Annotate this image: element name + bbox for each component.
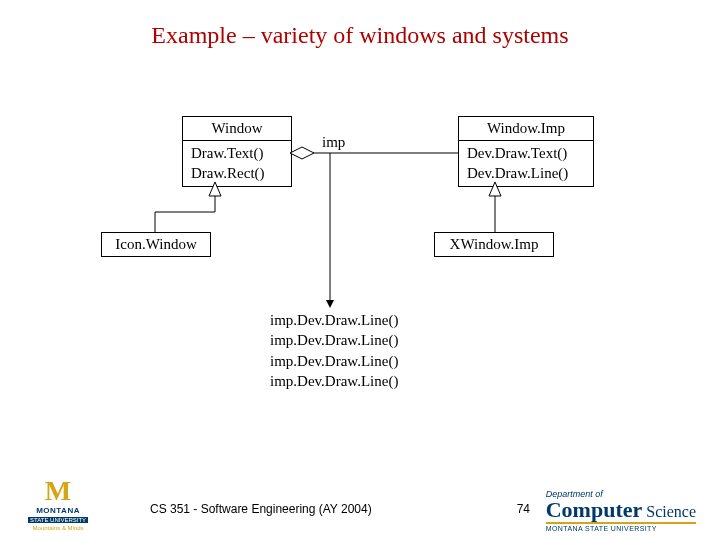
uml-op: Draw.Text()	[191, 144, 283, 164]
course-label: CS 351 - Software Engineering (AY 2004)	[150, 502, 372, 516]
code-note: imp.Dev.Draw.Line() imp.Dev.Draw.Line() …	[270, 310, 398, 391]
msu-logo-m: M	[28, 476, 88, 507]
uml-class-name: XWindow.Imp	[435, 233, 553, 256]
code-line: imp.Dev.Draw.Line()	[270, 351, 398, 371]
page-number: 74	[517, 502, 530, 516]
diagram-connectors	[0, 0, 720, 540]
uml-assoc-label: imp	[322, 134, 345, 151]
uml-class-name: Icon.Window	[102, 233, 210, 256]
cs-dept-sub: MONTANA STATE UNIVERSITY	[546, 522, 696, 532]
msu-logo-name: MONTANA	[28, 507, 88, 516]
slide-title: Example – variety of windows and systems	[0, 22, 720, 49]
uml-op: Dev.Draw.Line()	[467, 164, 585, 184]
uml-class-xwindowimp: XWindow.Imp	[434, 232, 554, 257]
code-line: imp.Dev.Draw.Line()	[270, 371, 398, 391]
uml-class-name: Window	[183, 117, 291, 141]
uml-op: Draw.Rect()	[191, 164, 283, 184]
uml-class-ops: Dev.Draw.Text() Dev.Draw.Line()	[459, 141, 593, 186]
uml-class-windowimp: Window.Imp Dev.Draw.Text() Dev.Draw.Line…	[458, 116, 594, 187]
cs-dept-logo: Department of Computer Science MONTANA S…	[546, 490, 696, 532]
uml-class-ops: Draw.Text() Draw.Rect()	[183, 141, 291, 186]
svg-marker-9	[326, 300, 334, 308]
uml-class-window: Window Draw.Text() Draw.Rect()	[182, 116, 292, 187]
cs-dept-name: Computer Science	[546, 499, 696, 521]
uml-class-iconwindow: Icon.Window	[101, 232, 211, 257]
uml-class-name: Window.Imp	[459, 117, 593, 141]
uml-op: Dev.Draw.Text()	[467, 144, 585, 164]
msu-logo-tagline: Mountains & Minds	[28, 525, 88, 532]
msu-logo-state: STATE UNIVERSITY	[28, 517, 88, 524]
svg-marker-0	[290, 147, 314, 159]
code-line: imp.Dev.Draw.Line()	[270, 330, 398, 350]
msu-logo: M MONTANA STATE UNIVERSITY Mountains & M…	[28, 476, 88, 532]
slide-footer: M MONTANA STATE UNIVERSITY Mountains & M…	[0, 470, 720, 540]
code-line: imp.Dev.Draw.Line()	[270, 310, 398, 330]
